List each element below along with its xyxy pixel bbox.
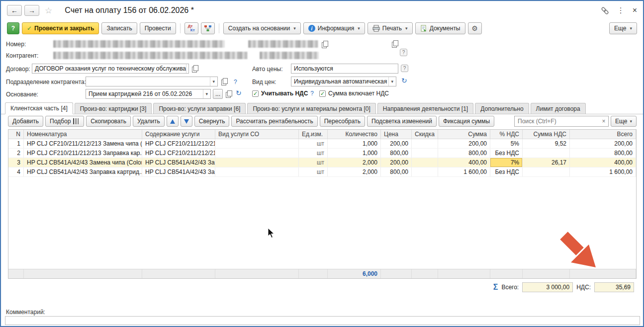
cell-unit[interactable]: шт (299, 149, 328, 158)
tab-additional[interactable]: Дополнительно (475, 103, 529, 114)
cell-amount[interactable]: 400,00 (438, 158, 490, 167)
cell-total[interactable]: 200,00 (570, 139, 636, 148)
more-button[interactable]: Еще ▾ (609, 22, 637, 34)
cell-quantity[interactable]: 2,000 (328, 167, 381, 176)
column-header[interactable]: % НДС (490, 130, 523, 139)
refresh-icon[interactable]: ↻ (236, 89, 242, 97)
column-header[interactable]: Ед.изм. (299, 130, 328, 139)
price-kind-combo[interactable]: Индивидуальная автоматическая ▾ (291, 77, 396, 86)
consider-vat-checkbox[interactable]: ✓ (252, 90, 259, 97)
profitability-button[interactable]: Рассчитать рентабельность (231, 116, 317, 127)
information-button[interactable]: i Информация ▾ (303, 22, 365, 34)
cell-quantity[interactable]: 1,000 (328, 149, 381, 158)
tab-prod-repair-services[interactable]: Произ-во: услуги и материалы ремонта [0] (247, 103, 375, 114)
cell-n[interactable]: 2 (8, 149, 24, 158)
cell-unit[interactable]: шт (299, 139, 328, 148)
create-on-basis-button[interactable]: Создать на основании ▾ (223, 22, 301, 34)
refresh-icon[interactable]: ↻ (401, 77, 407, 84)
cell-unit[interactable]: шт (299, 158, 328, 167)
collapse-button[interactable]: Свернуть (194, 116, 230, 127)
cell-vat-percent[interactable]: 5% (490, 139, 523, 148)
table-row[interactable]: 1 HP CLJ CF210/211/212/213 Замена чипа (… (8, 139, 636, 149)
highlight-changes-button[interactable]: Подсветка изменений (367, 116, 437, 127)
cell-discount[interactable] (412, 167, 438, 176)
cell-vat-percent[interactable]: Без НДС (490, 149, 523, 158)
table-row[interactable]: 4 HP CLJ CB541A/42/43 Заправка картрид..… (8, 167, 636, 177)
column-header[interactable]: Номенклатура (24, 130, 142, 139)
column-header[interactable]: Цена (381, 130, 412, 139)
cell-n[interactable]: 4 (8, 167, 24, 176)
related-documents-structure-button[interactable] (201, 22, 215, 34)
cell-total[interactable]: 400,00 (570, 158, 636, 167)
column-header[interactable]: N (8, 130, 24, 139)
cell-price[interactable]: 200,00 (381, 139, 412, 148)
column-header[interactable]: Всего (570, 130, 636, 139)
cell-price[interactable]: 800,00 (381, 149, 412, 158)
tab-prod-refill-services[interactable]: Произ-во: услуги заправки [6] (153, 103, 246, 114)
cell-n[interactable]: 1 (8, 139, 24, 148)
cell-discount[interactable] (412, 139, 438, 148)
cell-service-content[interactable]: HP CLJ CF210/211/212/21... (142, 139, 215, 148)
cell-discount[interactable] (412, 158, 438, 167)
cell-unit[interactable]: шт (299, 167, 328, 176)
menu-dots-icon[interactable]: ⋮ (617, 6, 625, 15)
help-link[interactable]: ? (234, 79, 237, 85)
cell-service-content[interactable]: HP CLJ CB541A/42/43 Зап... (142, 167, 215, 176)
cell-nomenclature[interactable]: HP CLJ CB541A/42/43 Замена чипа (Color .… (24, 158, 142, 167)
cell-amount[interactable]: 1 600,00 (438, 167, 490, 176)
write-button[interactable]: Записать (101, 22, 137, 34)
cell-service-kind[interactable] (215, 139, 299, 148)
cell-vat-percent[interactable]: Без НДС (490, 167, 523, 176)
forward-button[interactable]: → (24, 5, 39, 16)
move-up-button[interactable] (167, 116, 179, 127)
add-button[interactable]: Добавить (8, 116, 43, 127)
department-combo[interactable]: ▾ (86, 77, 218, 86)
post-and-close-button[interactable]: ✓ Провести и закрыть (22, 22, 99, 34)
copy-icon[interactable] (192, 65, 198, 72)
favorite-star-icon[interactable]: ☆ (45, 5, 52, 16)
fix-amount-button[interactable]: Фиксация суммы (439, 116, 494, 127)
question-bubble-icon[interactable]: ? (401, 65, 408, 72)
cell-n[interactable]: 3 (8, 158, 24, 167)
close-icon[interactable]: × (633, 6, 637, 15)
table-more-button[interactable]: Еще ▾ (611, 116, 637, 127)
link-icon[interactable] (601, 6, 609, 15)
auto-prices-field[interactable]: Используются (291, 64, 398, 74)
basis-combo[interactable]: Прием картриджей 216 от 05.02.2026 ▾ (86, 89, 211, 99)
tab-prod-cartridges[interactable]: Произ-во: картриджи [3] (75, 103, 152, 114)
settings-gear-button[interactable]: ⚙ (468, 22, 482, 34)
cell-price[interactable]: 800,00 (381, 167, 412, 176)
sum-includes-vat-checkbox[interactable]: ✓ (319, 90, 326, 97)
chevron-down-icon[interactable]: ▾ (388, 77, 393, 86)
pick-button[interactable]: Подбор (45, 116, 84, 127)
cell-discount[interactable] (412, 149, 438, 158)
search-input[interactable] (515, 118, 599, 125)
table-row-selected[interactable]: 3 HP CLJ CB541A/42/43 Замена чипа (Color… (8, 158, 636, 167)
move-down-button[interactable] (181, 116, 192, 127)
cell-total[interactable]: 1 600,00 (570, 167, 636, 176)
documents-button[interactable]: Документы (415, 22, 465, 34)
column-header[interactable]: Сумма НДС (523, 130, 570, 139)
column-header[interactable]: Количество (328, 130, 381, 139)
cell-vat-amount[interactable]: 9,52 (523, 139, 570, 148)
ellipsis-button[interactable]: ... (213, 89, 223, 99)
cell-nomenclature[interactable]: HP CLJ CB541A/42/43 Заправка картрид... (24, 167, 142, 176)
print-button[interactable]: Печать ▾ (368, 22, 413, 34)
copy-icon[interactable] (226, 90, 232, 97)
cell-vat-percent-highlighted[interactable]: 7% (490, 158, 523, 167)
cell-service-kind[interactable] (215, 158, 299, 167)
cell-nomenclature[interactable]: HP CLJ CF210/211/212/213 Замена чипа (..… (24, 139, 142, 148)
tab-contract-limit[interactable]: Лимит договора (531, 103, 586, 114)
copy-icon[interactable] (322, 41, 328, 48)
copy-row-button[interactable]: Скопировать (86, 116, 131, 127)
help-link[interactable]: ? (310, 90, 314, 97)
cell-vat-amount[interactable] (523, 149, 570, 158)
cell-price[interactable]: 200,00 (381, 158, 412, 167)
cell-vat-amount[interactable]: 26,17 (523, 158, 570, 167)
chevron-down-icon[interactable]: ▾ (186, 64, 189, 73)
cell-vat-amount[interactable] (523, 167, 570, 176)
dtkt-button[interactable]: ДтКт (184, 22, 198, 34)
column-header[interactable]: Вид услуги СО (215, 130, 299, 139)
cell-nomenclature[interactable]: HP CLJ CF210/211/212/213 Заправка кар... (24, 149, 142, 158)
question-bubble-icon[interactable]: ? (400, 49, 407, 56)
